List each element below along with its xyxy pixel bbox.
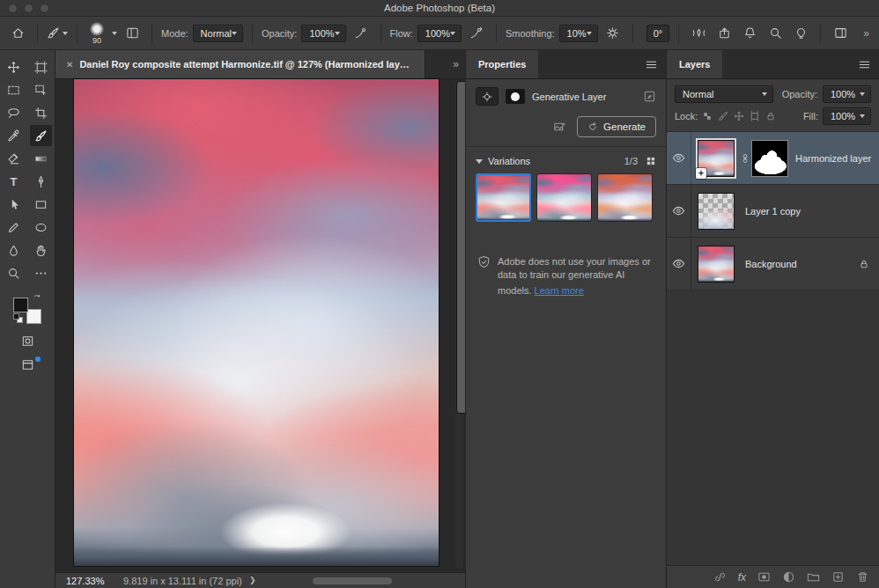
tool-brush[interactable] <box>30 125 52 146</box>
layer-thumbnail[interactable] <box>698 193 735 230</box>
tool-pencil[interactable] <box>0 217 27 238</box>
learn-more-link[interactable]: Learn more <box>535 284 584 298</box>
new-group-icon[interactable] <box>807 570 820 584</box>
layer-row-background[interactable]: Background <box>667 238 879 290</box>
variation-1-thumbnail[interactable] <box>476 173 531 222</box>
horizontal-scrollbar-thumb[interactable] <box>313 577 392 584</box>
layers-blend-mode-dropdown[interactable]: Normal <box>675 85 773 103</box>
properties-panel-menu-button[interactable] <box>645 50 666 78</box>
adjustment-layer-icon[interactable] <box>782 570 795 584</box>
discover-button[interactable] <box>790 22 811 45</box>
screen-mode-button[interactable] <box>0 358 55 371</box>
new-layer-icon[interactable] <box>831 570 845 584</box>
lock-pixels-icon[interactable] <box>718 111 728 121</box>
grid-view-icon[interactable] <box>646 156 656 166</box>
zoom-level-field[interactable]: 127.33% <box>66 576 104 586</box>
lock-position-icon[interactable] <box>734 111 744 121</box>
tool-hand[interactable] <box>27 239 55 261</box>
status-options-chevron[interactable]: ❯ <box>249 576 256 584</box>
vertical-scrollbar[interactable] <box>455 81 463 569</box>
properties-options-button[interactable] <box>643 90 656 103</box>
default-colors-button[interactable] <box>13 313 23 323</box>
visibility-toggle[interactable] <box>667 185 691 237</box>
layer-row-harmonized[interactable]: Harmonized layer <box>667 132 879 185</box>
foreground-color-swatch[interactable] <box>13 298 28 312</box>
add-mask-icon[interactable] <box>757 570 771 584</box>
fill-dropdown[interactable]: 100% <box>823 107 871 125</box>
delete-layer-icon[interactable] <box>856 570 869 584</box>
search-button[interactable] <box>765 22 786 45</box>
layer-thumbnail[interactable] <box>698 140 735 177</box>
quick-mask-button[interactable] <box>0 334 55 348</box>
pin-button[interactable] <box>476 87 499 106</box>
close-window-button[interactable] <box>8 4 18 13</box>
tool-more[interactable] <box>27 262 55 283</box>
export-button[interactable] <box>713 22 735 45</box>
tool-ellipse[interactable] <box>27 217 55 238</box>
tool-rectangle[interactable] <box>27 194 55 215</box>
options-overflow-button[interactable]: » <box>855 22 876 45</box>
size-pressure-button[interactable] <box>688 22 709 45</box>
swap-colors-button[interactable] <box>33 293 41 302</box>
tool-path-selection[interactable] <box>0 194 27 215</box>
airbrush-button[interactable] <box>466 22 487 45</box>
background-lock-badge[interactable] <box>859 259 869 269</box>
layer-row-layer1-copy[interactable]: Layer 1 copy <box>667 185 879 238</box>
document-tab[interactable]: ✕ Daniel Roy composite attempt Harmonize… <box>55 50 425 78</box>
smoothing-dropdown[interactable]: 10% <box>559 25 598 42</box>
tool-object-selection[interactable] <box>27 79 55 100</box>
tool-preset-button[interactable] <box>47 22 68 45</box>
generate-button[interactable]: Generate <box>577 116 656 137</box>
flow-dropdown[interactable]: 100% <box>417 25 462 42</box>
brush-settings-panel-button[interactable] <box>122 22 143 45</box>
tab-properties[interactable]: Properties <box>466 50 538 78</box>
blend-mode-dropdown[interactable]: Normal <box>193 25 243 42</box>
lock-artboard-icon[interactable] <box>750 111 760 121</box>
mask-link-icon[interactable] <box>738 153 751 164</box>
tool-pen[interactable] <box>27 171 55 192</box>
tool-move[interactable] <box>0 56 27 77</box>
brush-angle-field[interactable]: 0° <box>646 25 670 42</box>
background-color-swatch[interactable] <box>26 309 41 324</box>
tool-eyedropper[interactable] <box>0 125 27 146</box>
lock-transparency-icon[interactable] <box>702 111 713 121</box>
zoom-window-button[interactable] <box>40 4 49 13</box>
lock-all-icon[interactable] <box>765 111 776 121</box>
tool-gradient[interactable] <box>27 148 55 169</box>
smoothing-options-button[interactable] <box>602 22 624 45</box>
variation-2-thumbnail[interactable] <box>536 173 592 222</box>
brush-size-picker[interactable]: 90 <box>86 22 107 45</box>
layers-panel-menu-button[interactable] <box>858 50 879 78</box>
tool-type[interactable]: T <box>0 171 27 192</box>
brush-size-value: 90 <box>92 37 101 45</box>
tool-blur[interactable] <box>0 239 27 261</box>
visibility-toggle[interactable] <box>667 132 691 184</box>
layers-opacity-dropdown[interactable]: 100% <box>823 85 871 103</box>
tab-layers[interactable]: Layers <box>667 50 722 78</box>
minimize-window-button[interactable] <box>24 4 33 13</box>
notifications-button[interactable] <box>739 22 760 45</box>
tool-eraser[interactable] <box>0 148 27 169</box>
layer-thumbnail[interactable] <box>698 246 735 283</box>
opacity-pressure-button[interactable] <box>351 22 372 45</box>
workspace-switcher-button[interactable] <box>830 22 851 45</box>
tool-rectangular-marquee[interactable] <box>0 79 27 100</box>
visibility-toggle[interactable] <box>667 238 691 290</box>
window-controls[interactable] <box>8 4 49 13</box>
canvas-image[interactable] <box>74 79 439 566</box>
collapse-chevron-icon[interactable] <box>476 159 483 164</box>
link-layers-icon[interactable] <box>713 570 727 584</box>
tool-lasso[interactable] <box>0 102 27 123</box>
tool-zoom[interactable] <box>0 262 27 283</box>
reference-image-button[interactable] <box>553 121 566 134</box>
tool-crop[interactable] <box>27 102 55 123</box>
variation-3-thumbnail[interactable] <box>597 173 653 222</box>
layer-style-icon[interactable]: fx <box>738 571 746 584</box>
close-tab-icon[interactable]: ✕ <box>66 60 73 70</box>
home-button[interactable] <box>7 22 28 45</box>
hand-icon <box>34 244 48 257</box>
tool-artboard[interactable] <box>27 56 55 77</box>
layer-mask-thumbnail[interactable] <box>751 140 788 177</box>
opacity-dropdown[interactable]: 100% <box>301 25 345 42</box>
tab-overflow-button[interactable]: » <box>453 50 465 78</box>
